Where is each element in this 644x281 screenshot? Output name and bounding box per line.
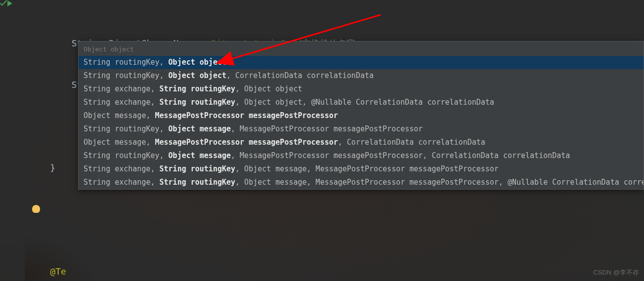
popup-header: Object object [79, 41, 644, 56]
suggestion-item[interactable]: String routingKey, Object message, Messa… [79, 122, 644, 136]
code-line: @Te [29, 265, 355, 279]
checkmark-icon [0, 0, 7, 7]
suggestion-item[interactable]: String exchange, String routingKey, Obje… [79, 176, 644, 189]
code-line [29, 202, 355, 216]
suggestion-item[interactable]: Object message, MessagePostProcessor mes… [79, 136, 644, 149]
suggestion-item[interactable]: Object message, MessagePostProcessor mes… [79, 109, 644, 122]
suggestion-item[interactable]: String routingKey, Object message, Messa… [79, 149, 644, 162]
editor-gutter [0, 0, 25, 281]
suggestion-item[interactable]: String exchange, String routingKey, Obje… [79, 96, 644, 109]
play-icon [7, 0, 12, 6]
watermark-text: CSDN @李不存 [593, 268, 639, 277]
suggestion-item[interactable]: String routingKey, Object object, Correl… [79, 69, 644, 82]
suggestion-item[interactable]: String routingKey, Object object [79, 56, 644, 69]
run-test-gutter-icon[interactable] [0, 0, 25, 7]
suggestion-item[interactable]: String exchange, String routingKey, Obje… [79, 82, 644, 96]
suggestion-item[interactable]: String exchange, String routingKey, Obje… [79, 162, 644, 176]
parameter-info-popup: Object object String routingKey, Object … [78, 41, 644, 190]
